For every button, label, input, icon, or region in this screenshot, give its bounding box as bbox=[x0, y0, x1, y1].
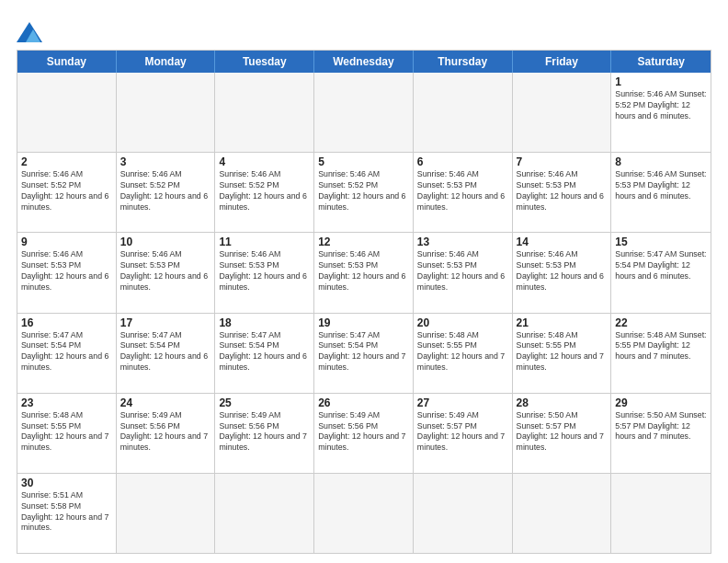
day-number: 16 bbox=[21, 316, 112, 329]
empty-cell-0-5 bbox=[513, 73, 612, 152]
day-number: 5 bbox=[318, 155, 409, 168]
day-number: 29 bbox=[615, 396, 707, 409]
day-cell-20: 20Sunrise: 5:48 AM Sunset: 5:55 PM Dayli… bbox=[414, 314, 513, 393]
weekday-header-tuesday: Tuesday bbox=[215, 51, 314, 73]
day-info: Sunrise: 5:46 AM Sunset: 5:53 PM Dayligh… bbox=[219, 249, 310, 293]
calendar-header: SundayMondayTuesdayWednesdayThursdayFrid… bbox=[17, 51, 711, 73]
day-cell-19: 19Sunrise: 5:47 AM Sunset: 5:54 PM Dayli… bbox=[314, 314, 414, 393]
calendar-body: 1Sunrise: 5:46 AM Sunset: 5:52 PM Daylig… bbox=[17, 73, 711, 553]
day-cell-1: 1Sunrise: 5:46 AM Sunset: 5:52 PM Daylig… bbox=[611, 73, 711, 152]
day-cell-4: 4Sunrise: 5:46 AM Sunset: 5:52 PM Daylig… bbox=[215, 153, 314, 232]
calendar-row-5: 30Sunrise: 5:51 AM Sunset: 5:58 PM Dayli… bbox=[17, 473, 711, 553]
weekday-header-thursday: Thursday bbox=[414, 51, 513, 73]
day-cell-13: 13Sunrise: 5:46 AM Sunset: 5:53 PM Dayli… bbox=[414, 233, 513, 312]
day-info: Sunrise: 5:49 AM Sunset: 5:56 PM Dayligh… bbox=[318, 410, 409, 454]
day-info: Sunrise: 5:49 AM Sunset: 5:56 PM Dayligh… bbox=[219, 410, 310, 454]
logo-icon bbox=[17, 17, 42, 42]
day-cell-17: 17Sunrise: 5:47 AM Sunset: 5:54 PM Dayli… bbox=[117, 314, 216, 393]
day-number: 17 bbox=[120, 316, 211, 329]
calendar-row-1: 2Sunrise: 5:46 AM Sunset: 5:52 PM Daylig… bbox=[17, 152, 711, 232]
day-number: 3 bbox=[120, 155, 211, 168]
weekday-header-wednesday: Wednesday bbox=[314, 51, 414, 73]
empty-cell-5-3 bbox=[314, 474, 414, 553]
empty-cell-5-5 bbox=[513, 474, 612, 553]
empty-cell-0-3 bbox=[314, 73, 414, 152]
day-number: 13 bbox=[417, 236, 508, 248]
day-cell-10: 10Sunrise: 5:46 AM Sunset: 5:53 PM Dayli… bbox=[117, 233, 216, 312]
day-cell-5: 5Sunrise: 5:46 AM Sunset: 5:52 PM Daylig… bbox=[314, 153, 414, 232]
calendar-row-0: 1Sunrise: 5:46 AM Sunset: 5:52 PM Daylig… bbox=[17, 73, 711, 152]
day-cell-29: 29Sunrise: 5:50 AM Sunset: 5:57 PM Dayli… bbox=[611, 394, 711, 473]
day-number: 30 bbox=[21, 477, 112, 489]
day-number: 24 bbox=[120, 396, 211, 409]
empty-cell-5-6 bbox=[611, 474, 711, 553]
day-cell-9: 9Sunrise: 5:46 AM Sunset: 5:53 PM Daylig… bbox=[17, 233, 117, 312]
day-info: Sunrise: 5:46 AM Sunset: 5:52 PM Dayligh… bbox=[615, 89, 707, 122]
day-number: 8 bbox=[615, 155, 707, 168]
day-cell-18: 18Sunrise: 5:47 AM Sunset: 5:54 PM Dayli… bbox=[215, 314, 314, 393]
header bbox=[17, 17, 711, 42]
day-number: 11 bbox=[219, 236, 310, 248]
day-info: Sunrise: 5:46 AM Sunset: 5:53 PM Dayligh… bbox=[417, 249, 508, 293]
day-number: 6 bbox=[417, 155, 508, 168]
day-info: Sunrise: 5:47 AM Sunset: 5:54 PM Dayligh… bbox=[318, 330, 409, 374]
empty-cell-5-4 bbox=[414, 474, 513, 553]
day-number: 18 bbox=[219, 316, 310, 329]
day-info: Sunrise: 5:51 AM Sunset: 5:58 PM Dayligh… bbox=[21, 490, 112, 534]
day-info: Sunrise: 5:46 AM Sunset: 5:53 PM Dayligh… bbox=[318, 249, 409, 293]
day-number: 4 bbox=[219, 155, 310, 168]
day-number: 22 bbox=[615, 316, 707, 329]
calendar-row-3: 16Sunrise: 5:47 AM Sunset: 5:54 PM Dayli… bbox=[17, 313, 711, 393]
day-number: 14 bbox=[517, 236, 608, 248]
day-info: Sunrise: 5:50 AM Sunset: 5:57 PM Dayligh… bbox=[517, 410, 608, 454]
day-cell-25: 25Sunrise: 5:49 AM Sunset: 5:56 PM Dayli… bbox=[215, 394, 314, 473]
day-cell-11: 11Sunrise: 5:46 AM Sunset: 5:53 PM Dayli… bbox=[215, 233, 314, 312]
day-number: 23 bbox=[21, 396, 112, 409]
day-cell-7: 7Sunrise: 5:46 AM Sunset: 5:53 PM Daylig… bbox=[513, 153, 612, 232]
day-cell-24: 24Sunrise: 5:49 AM Sunset: 5:56 PM Dayli… bbox=[117, 394, 216, 473]
day-cell-21: 21Sunrise: 5:48 AM Sunset: 5:55 PM Dayli… bbox=[513, 314, 612, 393]
day-number: 28 bbox=[517, 396, 608, 409]
day-info: Sunrise: 5:46 AM Sunset: 5:52 PM Dayligh… bbox=[318, 169, 409, 213]
weekday-header-friday: Friday bbox=[513, 51, 612, 73]
day-info: Sunrise: 5:46 AM Sunset: 5:52 PM Dayligh… bbox=[219, 169, 310, 213]
day-number: 1 bbox=[615, 75, 707, 88]
day-info: Sunrise: 5:47 AM Sunset: 5:54 PM Dayligh… bbox=[21, 330, 112, 374]
weekday-header-monday: Monday bbox=[117, 51, 216, 73]
day-cell-26: 26Sunrise: 5:49 AM Sunset: 5:56 PM Dayli… bbox=[314, 394, 414, 473]
day-number: 15 bbox=[615, 236, 707, 248]
weekday-header-saturday: Saturday bbox=[611, 51, 711, 73]
day-info: Sunrise: 5:50 AM Sunset: 5:57 PM Dayligh… bbox=[615, 410, 707, 443]
day-cell-3: 3Sunrise: 5:46 AM Sunset: 5:52 PM Daylig… bbox=[117, 153, 216, 232]
day-info: Sunrise: 5:47 AM Sunset: 5:54 PM Dayligh… bbox=[219, 330, 310, 374]
day-number: 25 bbox=[219, 396, 310, 409]
empty-cell-5-2 bbox=[215, 474, 314, 553]
day-cell-8: 8Sunrise: 5:46 AM Sunset: 5:53 PM Daylig… bbox=[611, 153, 711, 232]
day-number: 10 bbox=[120, 236, 211, 248]
empty-cell-5-1 bbox=[117, 474, 216, 553]
calendar-page: SundayMondayTuesdayWednesdayThursdayFrid… bbox=[0, 0, 728, 563]
empty-cell-0-0 bbox=[17, 73, 117, 152]
day-cell-16: 16Sunrise: 5:47 AM Sunset: 5:54 PM Dayli… bbox=[17, 314, 117, 393]
day-info: Sunrise: 5:47 AM Sunset: 5:54 PM Dayligh… bbox=[120, 330, 211, 374]
day-cell-22: 22Sunrise: 5:48 AM Sunset: 5:55 PM Dayli… bbox=[611, 314, 711, 393]
day-cell-23: 23Sunrise: 5:48 AM Sunset: 5:55 PM Dayli… bbox=[17, 394, 117, 473]
day-info: Sunrise: 5:48 AM Sunset: 5:55 PM Dayligh… bbox=[417, 330, 508, 374]
day-info: Sunrise: 5:48 AM Sunset: 5:55 PM Dayligh… bbox=[21, 410, 112, 454]
day-info: Sunrise: 5:46 AM Sunset: 5:53 PM Dayligh… bbox=[120, 249, 211, 293]
day-number: 19 bbox=[318, 316, 409, 329]
day-number: 26 bbox=[318, 396, 409, 409]
day-cell-28: 28Sunrise: 5:50 AM Sunset: 5:57 PM Dayli… bbox=[513, 394, 612, 473]
day-number: 20 bbox=[417, 316, 508, 329]
day-number: 2 bbox=[21, 155, 112, 168]
day-info: Sunrise: 5:46 AM Sunset: 5:53 PM Dayligh… bbox=[517, 249, 608, 293]
logo bbox=[17, 17, 46, 42]
weekday-header-sunday: Sunday bbox=[17, 51, 117, 73]
empty-cell-0-1 bbox=[117, 73, 216, 152]
day-cell-12: 12Sunrise: 5:46 AM Sunset: 5:53 PM Dayli… bbox=[314, 233, 414, 312]
calendar-row-2: 9Sunrise: 5:46 AM Sunset: 5:53 PM Daylig… bbox=[17, 232, 711, 312]
calendar: SundayMondayTuesdayWednesdayThursdayFrid… bbox=[17, 50, 711, 554]
day-info: Sunrise: 5:46 AM Sunset: 5:52 PM Dayligh… bbox=[21, 169, 112, 213]
day-cell-2: 2Sunrise: 5:46 AM Sunset: 5:52 PM Daylig… bbox=[17, 153, 117, 232]
day-info: Sunrise: 5:46 AM Sunset: 5:53 PM Dayligh… bbox=[517, 169, 608, 213]
